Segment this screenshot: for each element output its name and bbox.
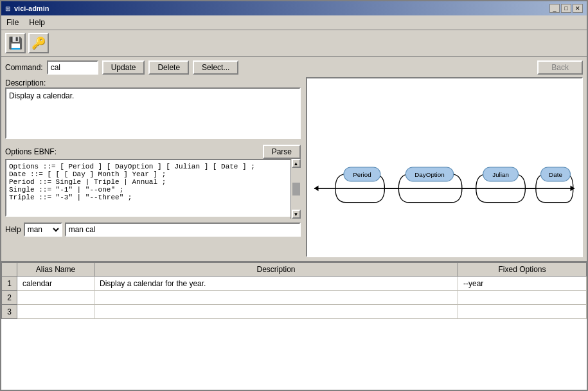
command-input[interactable]: [47, 60, 98, 75]
help-select[interactable]: man info help: [24, 223, 62, 237]
close-button[interactable]: ✕: [573, 4, 583, 13]
back-btn-row: Back: [306, 60, 583, 75]
menu-bar: File Help: [1, 15, 587, 30]
ebnf-section: Options EBNF: Parse Options ::= [ Period…: [5, 143, 301, 219]
minimize-button[interactable]: _: [549, 4, 560, 13]
description-label: Description:: [5, 78, 301, 87]
railroad-diagram: Period DayOption Julian: [307, 78, 582, 256]
table-header-row: Alias Name Description Fixed Options: [2, 263, 587, 277]
left-panel: Command: Update Delete Select... Descrip…: [5, 60, 301, 257]
window-controls: _ □ ✕: [549, 4, 583, 13]
col-alias-header: Alias Name: [17, 263, 94, 277]
menu-file[interactable]: File: [4, 17, 21, 28]
diagram-area: Period DayOption Julian: [306, 77, 583, 257]
maximize-button[interactable]: □: [561, 4, 571, 13]
ebnf-label: Options EBNF:: [5, 147, 57, 156]
row-3-num: 3: [2, 305, 17, 319]
parse-button[interactable]: Parse: [263, 145, 301, 159]
help-label: Help: [5, 225, 21, 234]
scroll-up[interactable]: ▲: [292, 159, 301, 168]
toolbar: 💾 🔑: [1, 30, 587, 57]
select-button[interactable]: Select...: [193, 60, 238, 75]
ebnf-textarea[interactable]: Options ::= [ Period ] [ DayOption ] [ J…: [5, 159, 301, 217]
row-2-alias[interactable]: [17, 291, 94, 305]
main-window: ⊞ vici-admin _ □ ✕ File Help 💾 🔑 Co: [0, 0, 588, 391]
content-area: Command: Update Delete Select... Descrip…: [1, 57, 587, 390]
row-3-fixed[interactable]: [458, 305, 587, 319]
row-1-desc[interactable]: Display a calendar for the year.: [94, 277, 458, 291]
table-section: Alias Name Description Fixed Options 1 c…: [1, 261, 587, 390]
save-button[interactable]: 💾: [5, 33, 26, 53]
back-button[interactable]: Back: [537, 60, 583, 75]
svg-marker-2: [570, 185, 575, 191]
row-1-alias[interactable]: calendar: [17, 277, 94, 291]
command-row: Command: Update Delete Select...: [5, 60, 301, 75]
update-button[interactable]: Update: [102, 60, 145, 75]
svg-text:DayOption: DayOption: [414, 171, 445, 178]
help-command-input[interactable]: [65, 223, 301, 237]
menu-help[interactable]: Help: [26, 17, 48, 28]
ebnf-row: Options EBNF: Parse: [5, 145, 301, 159]
svg-marker-1: [314, 185, 319, 191]
description-section: Description: Display a calendar.: [5, 77, 301, 141]
top-section: Command: Update Delete Select... Descrip…: [1, 57, 587, 261]
table-body: 1 calendar Display a calendar for the ye…: [2, 277, 587, 319]
col-desc-header: Description: [94, 263, 458, 277]
row-2-desc[interactable]: [94, 291, 458, 305]
scroll-thumb: [292, 183, 300, 196]
table-row: 2: [2, 291, 587, 305]
scroll-down[interactable]: ▼: [292, 210, 301, 219]
svg-text:Julian: Julian: [492, 171, 509, 178]
ebnf-scrollbar[interactable]: ▲ ▼: [290, 159, 301, 219]
alias-table: Alias Name Description Fixed Options 1 c…: [1, 262, 587, 319]
description-textarea[interactable]: Display a calendar.: [5, 87, 301, 139]
col-num-header: [2, 263, 17, 277]
save-icon: 💾: [8, 36, 22, 50]
ebnf-container: Options ::= [ Period ] [ DayOption ] [ J…: [5, 159, 301, 219]
command-label: Command:: [5, 63, 43, 72]
title-bar: ⊞ vici-admin _ □ ✕: [1, 1, 587, 15]
run-button[interactable]: 🔑: [28, 33, 49, 53]
right-panel: Back Period: [306, 60, 583, 257]
row-1-fixed[interactable]: --year: [458, 277, 587, 291]
row-2-num: 2: [2, 291, 17, 305]
table-row: 3: [2, 305, 587, 319]
svg-text:Date: Date: [549, 171, 562, 178]
row-2-fixed[interactable]: [458, 291, 587, 305]
delete-button[interactable]: Delete: [148, 60, 189, 75]
table-row: 1 calendar Display a calendar for the ye…: [2, 277, 587, 291]
col-fixed-header: Fixed Options: [458, 263, 587, 277]
row-1-num: 1: [2, 277, 17, 291]
help-row: Help man info help: [5, 223, 301, 237]
row-3-desc[interactable]: [94, 305, 458, 319]
run-icon: 🔑: [31, 36, 46, 50]
window-title: vici-admin: [14, 5, 49, 12]
row-3-alias[interactable]: [17, 305, 94, 319]
svg-text:Period: Period: [353, 171, 371, 178]
